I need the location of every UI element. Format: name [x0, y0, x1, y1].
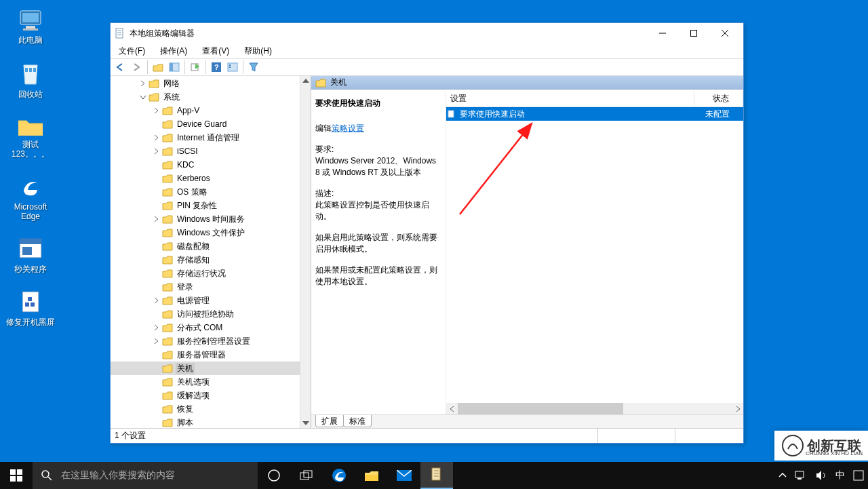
tree-item[interactable]: Device Guard: [111, 117, 300, 131]
col-state[interactable]: 状态: [694, 91, 743, 106]
tray-more-icon[interactable]: [853, 470, 864, 481]
expand-icon[interactable]: [153, 269, 161, 277]
tree-item[interactable]: iSCSI: [111, 144, 300, 158]
expand-icon[interactable]: [153, 106, 161, 115]
tray-chevron-icon[interactable]: [778, 471, 787, 480]
scroll-right-button[interactable]: [732, 403, 743, 414]
export-button[interactable]: [188, 60, 203, 75]
tree-item[interactable]: Kerberos: [111, 172, 300, 185]
tree-item[interactable]: App-V: [111, 104, 300, 117]
tree-item[interactable]: 系统: [111, 90, 300, 104]
menu-help[interactable]: 帮助(H): [241, 44, 275, 58]
expand-icon[interactable]: [153, 310, 161, 318]
tree-item[interactable]: 关机选项: [111, 375, 300, 389]
edit-policy-link[interactable]: 策略设置: [332, 123, 364, 133]
menu-file[interactable]: 文件(F): [116, 44, 148, 58]
scroll-left-button[interactable]: [446, 403, 458, 414]
tree-scrollbar[interactable]: [300, 76, 311, 428]
expand-icon[interactable]: [153, 351, 161, 359]
expand-icon[interactable]: [153, 229, 161, 237]
col-setting[interactable]: 设置: [446, 91, 694, 106]
svg-point-40: [269, 470, 279, 481]
expand-icon[interactable]: [153, 256, 161, 264]
desktop-icon-fix-boot[interactable]: 修复开机黑屏: [5, 290, 56, 327]
expand-icon[interactable]: [153, 337, 161, 345]
task-mail[interactable]: [388, 462, 420, 489]
tray-network-icon[interactable]: [795, 470, 807, 481]
expand-icon[interactable]: [153, 120, 161, 128]
expand-icon[interactable]: [153, 174, 161, 182]
scroll-thumb[interactable]: [458, 403, 623, 414]
start-button[interactable]: [0, 462, 33, 489]
tree-item[interactable]: PIN 复杂性: [111, 199, 300, 212]
tray-volume-icon[interactable]: [815, 470, 827, 481]
forward-button[interactable]: [130, 60, 144, 75]
tree-item[interactable]: 分布式 COM: [111, 321, 300, 334]
expand-icon[interactable]: [153, 405, 161, 413]
up-folder-button[interactable]: [151, 60, 165, 75]
tree-item[interactable]: KDC: [111, 158, 300, 172]
expand-icon[interactable]: [153, 283, 161, 291]
tree-item[interactable]: 缓解选项: [111, 389, 300, 402]
tab-standard[interactable]: 标准: [343, 415, 372, 427]
maximize-button[interactable]: [678, 23, 709, 43]
policy-row[interactable]: 要求使用快速启动 未配置: [446, 107, 743, 121]
tree-item[interactable]: 电源管理: [111, 294, 300, 307]
desktop-icon-shutdown-app[interactable]: 秒关程序: [5, 237, 56, 274]
desktop-icon-test-folder[interactable]: 测试123。。。: [5, 115, 56, 159]
tree-item[interactable]: Internet 通信管理: [111, 131, 300, 144]
desktop-icon-edge[interactable]: Microsoft Edge: [5, 175, 56, 221]
tree-item[interactable]: 恢复: [111, 402, 300, 416]
expand-icon[interactable]: [153, 147, 161, 155]
menu-action[interactable]: 操作(A): [157, 44, 190, 58]
tree-item[interactable]: 服务器管理器: [111, 348, 300, 361]
help-button[interactable]: ?: [209, 60, 224, 75]
expand-icon[interactable]: [139, 79, 147, 87]
desktop-icon-recycle-bin[interactable]: 回收站: [5, 61, 56, 99]
minimize-button[interactable]: [647, 23, 678, 43]
tree-item[interactable]: 网络: [111, 77, 300, 90]
expand-icon[interactable]: [153, 364, 161, 372]
task-explorer[interactable]: [355, 462, 388, 489]
task-edge[interactable]: [323, 462, 355, 489]
expand-icon[interactable]: [153, 418, 161, 427]
tab-extended[interactable]: 扩展: [315, 415, 344, 427]
expand-icon[interactable]: [153, 215, 161, 223]
expand-icon[interactable]: [153, 378, 161, 386]
tree-item[interactable]: 关机: [111, 361, 300, 375]
tree-item[interactable]: 脚本: [111, 416, 300, 428]
expand-icon[interactable]: [153, 161, 161, 169]
expand-icon[interactable]: [153, 188, 161, 196]
tree-item[interactable]: Windows 文件保护: [111, 226, 300, 239]
filter-button[interactable]: [246, 60, 261, 75]
tree-item[interactable]: 访问被拒绝协助: [111, 307, 300, 321]
titlebar[interactable]: 本地组策略编辑器: [111, 23, 743, 43]
tree-item[interactable]: 登录: [111, 280, 300, 294]
tray-ime[interactable]: 中: [835, 469, 845, 482]
tree-item[interactable]: OS 策略: [111, 185, 300, 199]
tree[interactable]: 网络系统App-VDevice GuardInternet 通信管理iSCSIK…: [111, 76, 300, 428]
expand-icon[interactable]: [153, 324, 161, 332]
expand-icon[interactable]: [153, 296, 161, 305]
show-hide-tree-button[interactable]: [167, 60, 182, 75]
properties-button[interactable]: [225, 60, 240, 75]
expand-icon[interactable]: [153, 134, 161, 142]
search-box[interactable]: 在这里输入你要搜索的内容: [33, 462, 258, 489]
menu-view[interactable]: 查看(V): [199, 44, 232, 58]
expand-icon[interactable]: [153, 201, 161, 210]
task-cortana[interactable]: [258, 462, 290, 489]
horizontal-scrollbar[interactable]: [446, 403, 743, 414]
tree-item[interactable]: 磁盘配额: [111, 239, 300, 253]
expand-icon[interactable]: [153, 391, 161, 399]
tree-item[interactable]: 存储感知: [111, 253, 300, 267]
desktop-icon-this-pc[interactable]: 此电脑: [5, 9, 56, 45]
back-button[interactable]: [113, 60, 128, 75]
close-button[interactable]: [709, 23, 741, 43]
expand-icon[interactable]: [139, 93, 147, 101]
tree-item[interactable]: 存储运行状况: [111, 267, 300, 280]
tree-item[interactable]: 服务控制管理器设置: [111, 334, 300, 348]
task-gpedit[interactable]: [420, 462, 453, 489]
task-view[interactable]: [290, 462, 323, 489]
tree-item[interactable]: Windows 时间服务: [111, 212, 300, 226]
expand-icon[interactable]: [153, 242, 161, 250]
